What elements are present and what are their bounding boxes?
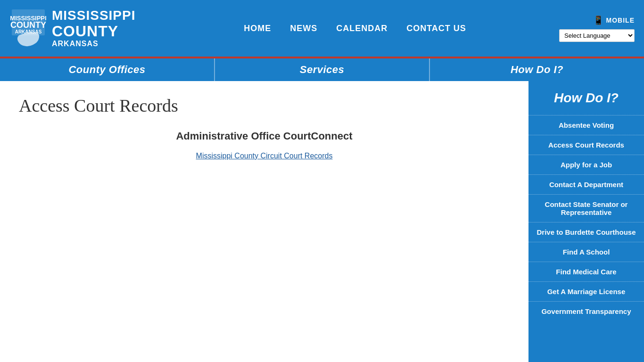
court-records-link[interactable]: Mississippi County Circuit Court Records <box>19 152 510 160</box>
nav-calendar[interactable]: CALENDAR <box>336 24 388 33</box>
mobile-link[interactable]: 📱 MOBILE <box>593 15 635 25</box>
sidebar-link-gov-transparency[interactable]: Government Transparency <box>528 301 644 321</box>
page-body: Access Court Records Administrative Offi… <box>0 81 644 362</box>
main-nav: HOME NEWS CALENDAR CONTACT US <box>151 24 559 33</box>
sidebar-link-find-medical[interactable]: Find Medical Care <box>528 262 644 281</box>
mobile-icon: 📱 <box>593 15 604 25</box>
logo-area: MISSISSIPPI COUNTY ARKANSAS MISSISSIPPI … <box>9 7 151 49</box>
main-content: Access Court Records Administrative Offi… <box>0 81 528 362</box>
sidebar-link-find-school[interactable]: Find A School <box>528 242 644 262</box>
nav-services[interactable]: Services <box>215 58 430 81</box>
logo-line2: COUNTY <box>52 23 136 40</box>
sidebar-link-contact-senator[interactable]: Contact State Senator or Representative <box>528 194 644 222</box>
sidebar-title: How Do I? <box>528 81 644 115</box>
sidebar-link-apply-job[interactable]: Apply for a Job <box>528 155 644 174</box>
site-header: MISSISSIPPI COUNTY ARKANSAS MISSISSIPPI … <box>0 0 644 57</box>
page-title: Access Court Records <box>19 95 510 116</box>
nav-how-do-i[interactable]: How Do I? <box>430 58 644 81</box>
sidebar: How Do I? Absentee Voting Access Court R… <box>528 81 644 362</box>
logo-line1: MISSISSIPPI <box>52 8 136 23</box>
sidebar-link-absentee-voting[interactable]: Absentee Voting <box>528 115 644 135</box>
logo-line3: ARKANSAS <box>52 40 136 48</box>
nav-county-offices[interactable]: County Offices <box>0 58 215 81</box>
nav-home[interactable]: HOME <box>244 24 271 33</box>
sidebar-link-marriage-license[interactable]: Get A Marriage License <box>528 281 644 301</box>
nav-contact[interactable]: CONTACT US <box>406 24 466 33</box>
sidebar-link-drive-burdette[interactable]: Drive to Burdette Courthouse <box>528 222 644 242</box>
logo-image: MISSISSIPPI COUNTY ARKANSAS <box>9 7 47 49</box>
section-heading: Administrative Office CourtConnect <box>19 130 510 142</box>
svg-text:COUNTY: COUNTY <box>10 20 46 30</box>
secondary-nav: County Offices Services How Do I? <box>0 58 644 81</box>
nav-news[interactable]: NEWS <box>290 24 317 33</box>
language-select[interactable]: Select Language Spanish French German Ch… <box>559 29 635 42</box>
sidebar-link-access-court-records[interactable]: Access Court Records <box>528 135 644 155</box>
sidebar-link-contact-department[interactable]: Contact A Department <box>528 174 644 194</box>
header-right: 📱 MOBILE Select Language Spanish French … <box>559 15 635 42</box>
logo-text: MISSISSIPPI COUNTY ARKANSAS <box>52 8 136 48</box>
mobile-label: MOBILE <box>606 16 635 24</box>
